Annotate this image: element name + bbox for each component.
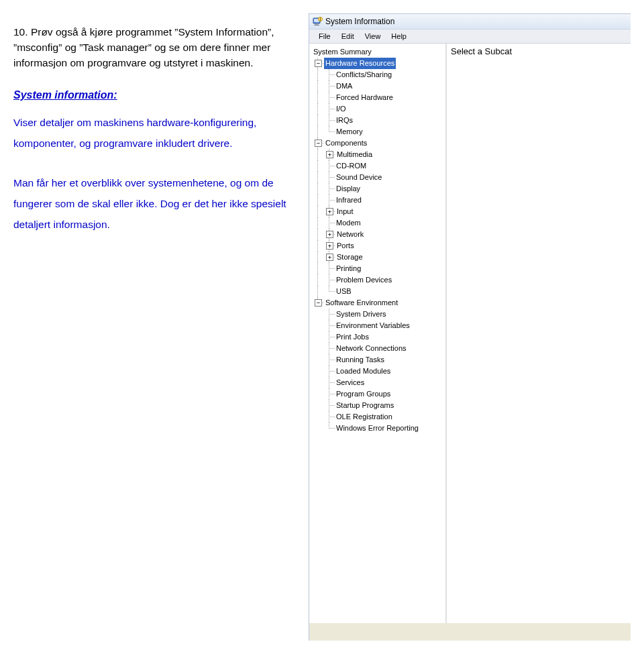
svg-rect-6: [320, 20, 321, 21]
tree-irqs[interactable]: IRQs: [335, 115, 354, 126]
collapse-icon[interactable]: −: [315, 140, 322, 147]
tree-forced-hardware[interactable]: Forced Hardware: [335, 92, 394, 103]
blue-paragraph-2: Man får her et overblikk over systemenhe…: [13, 172, 295, 235]
tree-io[interactable]: I/O: [335, 103, 347, 115]
tree-display[interactable]: Display: [335, 183, 362, 195]
tree-ports[interactable]: Ports: [335, 240, 356, 252]
tree-panel[interactable]: System Summary − Hardware Resources Conf…: [309, 44, 447, 623]
tree-software-environment[interactable]: Software Environment: [324, 297, 399, 309]
menu-view[interactable]: View: [360, 31, 386, 42]
task-number: 10.: [13, 26, 28, 38]
window-title: System Information: [325, 17, 394, 26]
tree-usb[interactable]: USB: [335, 286, 353, 297]
tree-modem[interactable]: Modem: [335, 217, 362, 229]
tree-system-summary[interactable]: System Summary: [312, 46, 373, 58]
tree-network[interactable]: Network: [335, 229, 365, 240]
tree-cdrom[interactable]: CD-ROM: [335, 160, 368, 172]
menu-edit[interactable]: Edit: [336, 31, 360, 42]
expand-icon[interactable]: +: [326, 208, 333, 215]
tree-storage[interactable]: Storage: [335, 252, 364, 263]
expand-icon[interactable]: +: [326, 151, 333, 158]
tree-memory[interactable]: Memory: [335, 126, 364, 138]
tree-windows-error-reporting[interactable]: Windows Error Reporting: [335, 423, 420, 434]
collapse-icon[interactable]: −: [315, 60, 322, 67]
tree-network-connections[interactable]: Network Connections: [335, 343, 408, 354]
detail-text: Select a Subcat: [451, 46, 512, 56]
tree-ole-registration[interactable]: OLE Registration: [335, 411, 394, 423]
svg-rect-5: [320, 18, 321, 20]
collapse-icon[interactable]: −: [315, 299, 322, 307]
titlebar[interactable]: System Information: [309, 14, 631, 30]
tree-printing[interactable]: Printing: [335, 263, 362, 274]
tree-components[interactable]: Components: [324, 138, 368, 149]
tree-startup-programs[interactable]: Startup Programs: [335, 400, 395, 411]
expand-icon[interactable]: +: [326, 254, 333, 261]
sysinfo-window: System Information File Edit View Help S…: [309, 13, 631, 641]
tree-dma[interactable]: DMA: [335, 80, 354, 92]
tree-services[interactable]: Services: [335, 377, 366, 388]
tree-system-drivers[interactable]: System Drivers: [335, 309, 388, 320]
tree-conflicts-sharing[interactable]: Conflicts/Sharing: [335, 69, 393, 80]
task-paragraph: 10. Prøv også å kjøre programmet ”System…: [13, 24, 295, 71]
menu-help[interactable]: Help: [386, 31, 412, 42]
section-heading: System information:: [13, 89, 295, 101]
menu-file[interactable]: File: [313, 31, 336, 42]
tree-input[interactable]: Input: [335, 206, 354, 217]
menubar: File Edit View Help: [309, 30, 631, 44]
expand-icon[interactable]: +: [326, 231, 333, 238]
tree-multimedia[interactable]: Multimedia: [335, 149, 374, 160]
tree-environment-variables[interactable]: Environment Variables: [335, 320, 411, 331]
detail-panel: Select a Subcat: [447, 44, 631, 623]
tree-problem-devices[interactable]: Problem Devices: [335, 274, 393, 286]
expand-icon[interactable]: +: [326, 242, 333, 250]
blue-paragraph-1: Viser detaljer om maskinens hardware-kon…: [13, 112, 295, 154]
tree-program-groups[interactable]: Program Groups: [335, 388, 392, 400]
sysinfo-icon: [312, 16, 323, 27]
tree-print-jobs[interactable]: Print Jobs: [335, 331, 370, 343]
tree-infrared[interactable]: Infrared: [335, 195, 363, 206]
tree-running-tasks[interactable]: Running Tasks: [335, 354, 386, 366]
svg-rect-3: [314, 25, 319, 25]
tree-hardware-resources[interactable]: Hardware Resources: [324, 58, 396, 69]
tree-loaded-modules[interactable]: Loaded Modules: [335, 366, 392, 377]
task-text-part1: Prøv også å kjøre programmet: [31, 26, 174, 38]
svg-rect-2: [315, 23, 318, 25]
tree-sound-device[interactable]: Sound Device: [335, 172, 384, 183]
